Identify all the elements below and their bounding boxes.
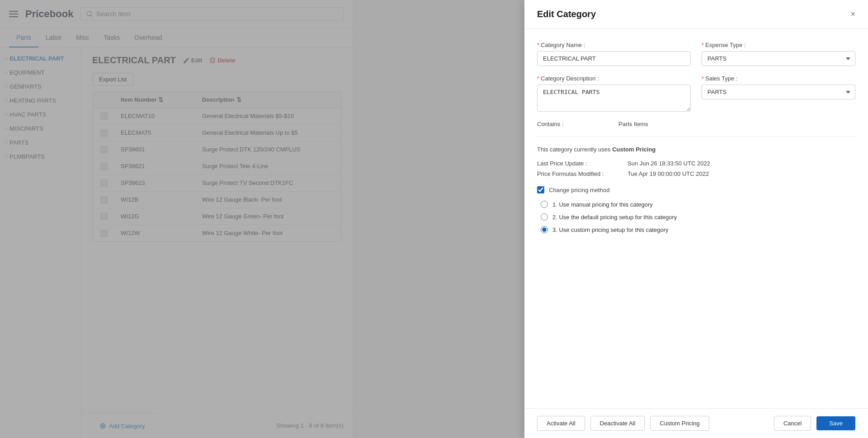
radio-default-label: 2. Use the default pricing setup for thi… bbox=[552, 214, 677, 221]
price-formulas-modified-label: Price Formulas Modified : bbox=[537, 170, 627, 177]
sales-type-group: * Sales Type : PARTS LABOR EQUIPMENT MIS… bbox=[702, 75, 855, 99]
modal-header: Edit Category × bbox=[524, 0, 868, 29]
category-description-group: * Category Description : bbox=[537, 75, 691, 112]
category-description-label: * Category Description : bbox=[537, 75, 691, 82]
change-pricing-label: Change pricing method bbox=[549, 187, 609, 193]
category-description-input[interactable] bbox=[537, 85, 691, 112]
change-pricing-checkbox[interactable] bbox=[537, 186, 544, 193]
custom-pricing-label: Custom Pricing bbox=[612, 146, 656, 153]
radio-manual[interactable] bbox=[541, 201, 548, 208]
radio-custom-label: 3. Use custom pricing setup for this cat… bbox=[552, 226, 669, 233]
expense-type-select[interactable]: PARTS LABOR EQUIPMENT MISC bbox=[702, 51, 855, 66]
change-pricing-row: Change pricing method bbox=[537, 186, 855, 193]
expense-type-group: * Expense Type : PARTS LABOR EQUIPMENT M… bbox=[702, 42, 855, 66]
radio-option-3: 3. Use custom pricing setup for this cat… bbox=[541, 226, 855, 233]
close-button[interactable]: × bbox=[850, 9, 855, 19]
edit-category-modal: Edit Category × * Category Name : * Expe… bbox=[524, 0, 868, 438]
modal-footer: Activate All Deactivate All Custom Prici… bbox=[524, 408, 868, 438]
contains-row: Contains : Parts Items bbox=[537, 121, 855, 127]
activate-all-button[interactable]: Activate All bbox=[537, 416, 585, 431]
price-formulas-modified-row: Price Formulas Modified : Tue Apr 19 00:… bbox=[537, 170, 855, 177]
form-row-1: * Category Name : * Expense Type : PARTS… bbox=[537, 42, 855, 66]
expense-type-label: * Expense Type : bbox=[702, 42, 855, 48]
radio-manual-label: 1. Use manual pricing for this category bbox=[552, 201, 653, 208]
last-price-update-value: Sun Jun 26 18:33:50 UTC 2022 bbox=[627, 160, 710, 167]
category-name-group: * Category Name : bbox=[537, 42, 691, 66]
custom-pricing-button[interactable]: Custom Pricing bbox=[650, 416, 709, 431]
last-price-update-label: Last Price Update : bbox=[537, 160, 627, 167]
save-button[interactable]: Save bbox=[816, 416, 855, 430]
contains-value: Parts Items bbox=[618, 121, 648, 127]
radio-options: 1. Use manual pricing for this category … bbox=[537, 201, 855, 233]
modal-title: Edit Category bbox=[537, 9, 596, 19]
radio-custom[interactable] bbox=[541, 226, 548, 233]
form-row-2: * Category Description : * Sales Type : … bbox=[537, 75, 855, 112]
last-price-update-row: Last Price Update : Sun Jun 26 18:33:50 … bbox=[537, 160, 855, 167]
radio-option-2: 2. Use the default pricing setup for thi… bbox=[541, 213, 855, 221]
sales-type-label: * Sales Type : bbox=[702, 75, 855, 82]
contains-label: Contains : bbox=[537, 121, 618, 127]
pricing-info: This category currently uses Custom Pric… bbox=[537, 146, 855, 153]
divider bbox=[537, 137, 855, 137]
category-name-label: * Category Name : bbox=[537, 42, 691, 48]
cancel-button[interactable]: Cancel bbox=[774, 416, 811, 431]
deactivate-all-button[interactable]: Deactivate All bbox=[590, 416, 645, 431]
category-name-input[interactable] bbox=[537, 51, 691, 66]
price-formulas-modified-value: Tue Apr 19 00:00:00 UTC 2022 bbox=[627, 170, 709, 177]
sales-type-select[interactable]: PARTS LABOR EQUIPMENT MISC bbox=[702, 85, 855, 99]
radio-option-1: 1. Use manual pricing for this category bbox=[541, 201, 855, 208]
radio-default[interactable] bbox=[541, 213, 548, 221]
modal-body: * Category Name : * Expense Type : PARTS… bbox=[524, 29, 868, 408]
